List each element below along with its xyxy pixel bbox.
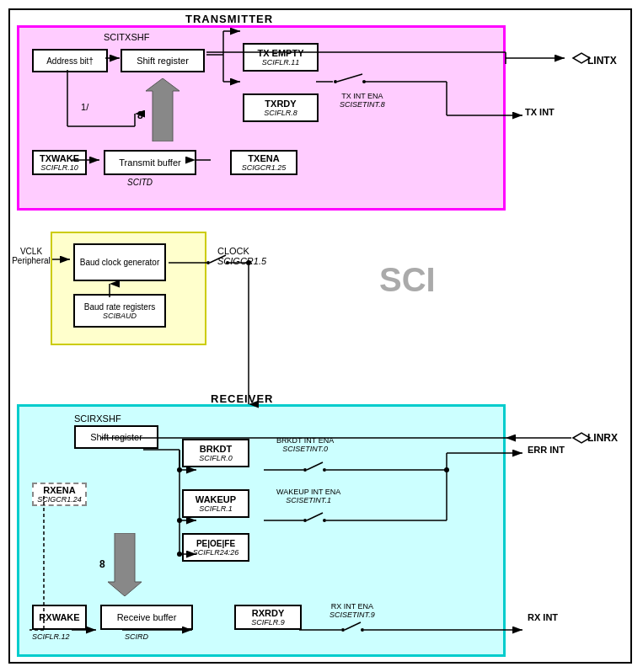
sci-label: SCI — [379, 261, 436, 299]
scitxshf-label: SCITXSHF — [104, 32, 149, 42]
receive-buffer-box: Receive buffer — [100, 605, 193, 630]
transmitter-label: TRANSMITTER — [185, 13, 273, 25]
tx-int-ena-label: TX INT ENA SCISETINT.8 — [340, 92, 385, 109]
rx-int-ena: RX INT ENA SCISETINT.9 — [330, 602, 375, 619]
linrx-label: LINRX — [587, 432, 618, 444]
brkdt-int-ena: BRKDT INT ENA SCISETINT.0 — [276, 436, 334, 453]
txrdy-box: TXRDY SCIFLR.8 — [243, 93, 319, 122]
baud-area: Baud clock generator Baud rate registers… — [51, 232, 206, 345]
txwake-box: TXWAKE SCIFLR.10 — [32, 150, 87, 175]
brkdt-box: BRKDT SCIFLR.0 — [182, 439, 249, 467]
vclk-label: VCLKPeripheral — [10, 247, 52, 265]
rx-arrow-8: 8 — [99, 558, 105, 570]
scirxshf-label: SCIRXSHF — [74, 413, 121, 424]
tx-arrow-1: 1/ — [81, 102, 88, 112]
tx-empty-box: TX EMPTY SCIFLR.11 — [243, 43, 319, 72]
wakeup-box: WAKEUP SCIFLR.1 — [182, 489, 249, 518]
rxwake-reg: SCIFLR.12 — [32, 632, 70, 641]
txena-box: TXENA SCIGCR1.25 — [230, 150, 297, 175]
baud-clock-box: Baud clock generator — [73, 243, 166, 281]
transmit-buffer-box: Transmit buffer — [104, 150, 196, 175]
rx-shift-arrow — [108, 533, 142, 596]
receiver-label: RECEIVER — [211, 392, 273, 405]
pe-oe-fe-box: PE|OE|FE SCIFLR24:26 — [182, 533, 249, 562]
sci-diagram: TRANSMITTER SCITXSHF Address bit† Shift … — [0, 0, 643, 672]
address-bit-box: Address bit† — [32, 49, 108, 72]
wakeup-int-ena: WAKEUP INT ENA SCISETINT.1 — [276, 488, 340, 504]
tx-shift-arrow — [146, 78, 180, 141]
baud-rate-box: Baud rate registers SCIBAUD — [73, 294, 166, 328]
rx-int-label: RX INT — [528, 612, 558, 622]
err-int-label: ERR INT — [528, 445, 565, 455]
lintx-label: LINTX — [587, 55, 617, 67]
clock-label: CLOCK SCIGCR1.5 — [217, 246, 266, 266]
tx-int-label: TX INT — [525, 107, 555, 117]
svg-marker-2 — [108, 533, 142, 596]
rxrdy-box: RXRDY SCIFLR.9 — [234, 605, 302, 630]
rxwake-box: RXWAKE — [32, 605, 87, 630]
rxena-box: RXENA SCIGCR1.24 — [32, 483, 87, 506]
tx-arrow-8: 8 — [137, 109, 143, 121]
svg-marker-1 — [146, 78, 180, 141]
shift-register-rx: Shift register — [74, 425, 158, 449]
transmitter-box: SCITXSHF Address bit† Shift register TX … — [17, 25, 506, 211]
scird-label: SCIRD — [125, 632, 148, 641]
receiver-box: SCIRXSHF Shift register BRKDT SCIFLR.0 B… — [17, 404, 506, 657]
shift-register-tx: Shift register — [121, 49, 205, 72]
scitd-label: SCITD — [127, 178, 153, 187]
